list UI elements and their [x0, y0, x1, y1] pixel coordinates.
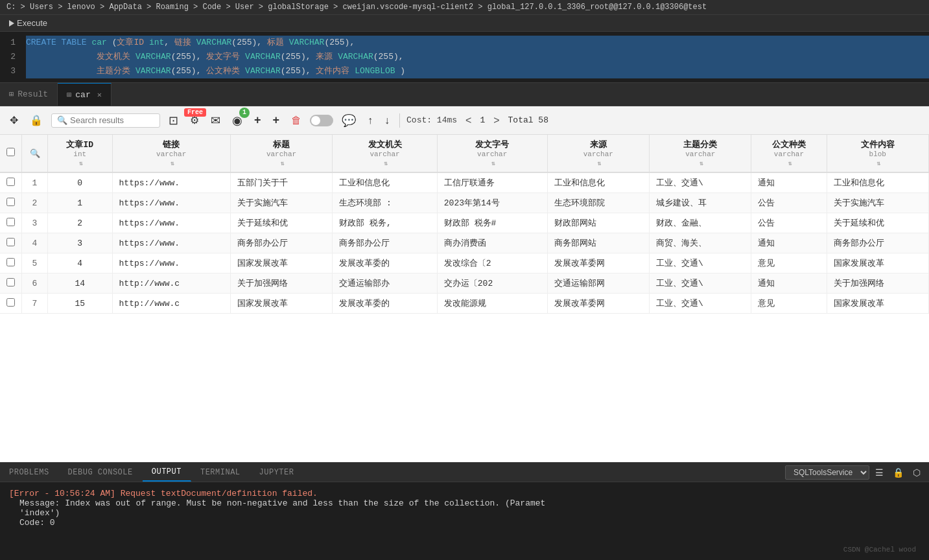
col-header-wenzhanid[interactable]: 文章ID int ⇅ [48, 135, 113, 172]
select-all-checkbox[interactable] [6, 148, 15, 156]
cell-checkbox[interactable] [0, 193, 22, 213]
cell-content: 工业和信息化 [827, 172, 928, 193]
col-header-gongwenzhonglei[interactable]: 公文种类 varchar ⇅ [751, 135, 827, 172]
code-editor[interactable]: 1 CREATE TABLE car (文章ID int, 链接 VARCHAR… [0, 32, 929, 83]
tab-problems[interactable]: PROBLEMS [0, 463, 59, 482]
page-current: 1 [480, 115, 485, 125]
cell-docnum: 交办运〔202 [437, 274, 547, 294]
cell-title: 五部门关于千 [230, 172, 332, 193]
cell-checkbox[interactable] [0, 172, 22, 193]
add-row-button[interactable]: + [270, 111, 283, 129]
cell-dept: 财政部 税务, [333, 213, 438, 233]
tab-close-button[interactable]: ✕ [97, 90, 102, 100]
cell-url: https://www. [112, 172, 230, 193]
col-header-fawenjiguan[interactable]: 发文机关 varchar ⇅ [333, 135, 438, 172]
down-button[interactable]: ↓ [381, 113, 393, 128]
table-container[interactable]: 🔍 文章ID int ⇅ 链接 varchar ⇅ [0, 135, 929, 462]
github-wrapper: ◉ 1 [229, 111, 246, 130]
cell-title: 国家发展改革 [230, 294, 332, 314]
cell-content: 国家发展改革 [827, 294, 928, 314]
up-button[interactable]: ↑ [364, 113, 376, 128]
cell-checkbox[interactable] [0, 294, 22, 314]
col-header-biaoti[interactable]: 标题 varchar ⇅ [230, 135, 332, 172]
cell-title: 关于实施汽车 [230, 193, 332, 213]
car-tab-icon: ⊞ [67, 90, 71, 100]
tab-car[interactable]: ⊞ car ✕ [58, 83, 112, 106]
cell-dept: 工业和信息化 [333, 172, 438, 193]
table-row: 1 0 https://www. 五部门关于千 工业和信息化 工信厅联通务 工业… [0, 172, 929, 193]
table-row: 2 1 https://www. 关于实施汽车 生态环境部 : 2023年第14… [0, 193, 929, 213]
tab-bar: ⊞ Result ⊞ car ✕ [0, 83, 929, 106]
cell-id: 1 [48, 193, 113, 213]
cell-dept: 发展改革委的 [333, 294, 438, 314]
table-row: 3 2 https://www. 关于延续和优 财政部 税务, 财政部 税务# … [0, 213, 929, 233]
col-header-zhutifenlei[interactable]: 主题分类 varchar ⇅ [650, 135, 751, 172]
tab-debug-console[interactable]: DEBUG CONSOLE [59, 463, 143, 482]
cell-topic: 工业、交通\ [650, 172, 751, 193]
execute-button[interactable]: Execute [6, 17, 50, 29]
breadcrumb: C: > Users > lenovo > AppData > Roaming … [0, 0, 929, 15]
cell-id: 15 [48, 294, 113, 314]
cell-source: 商务部网站 [547, 233, 649, 253]
service-select[interactable]: SQLToolsService [785, 465, 869, 480]
tab-result[interactable]: ⊞ Result [0, 83, 58, 106]
search-box[interactable]: 🔍 [51, 113, 160, 128]
search-input[interactable] [70, 115, 154, 125]
cell-id: 3 [48, 233, 113, 253]
cell-source: 发展改革委网 [547, 294, 649, 314]
tab-jupyter[interactable]: JUPYTER [250, 463, 304, 482]
cell-checkbox[interactable] [0, 233, 22, 253]
cell-topic: 工业、交通\ [650, 274, 751, 294]
col-header-wenjianeirong[interactable]: 文件内容 blob ⇅ [827, 135, 928, 172]
cell-checkbox[interactable] [0, 213, 22, 233]
col-header-fawenzihao[interactable]: 发文字号 varchar ⇅ [437, 135, 547, 172]
comment-button[interactable]: 💬 [338, 111, 359, 130]
add-col-button[interactable]: + [251, 111, 265, 129]
notification-badge: 1 [239, 108, 250, 118]
cell-docnum: 商办消费函 [437, 233, 547, 253]
delete-button[interactable]: 🗑 [288, 113, 305, 128]
play-icon [9, 20, 14, 27]
code-content-1: CREATE TABLE car (文章ID int, 链接 VARCHAR(2… [26, 36, 929, 50]
next-page-button[interactable]: > [490, 113, 502, 128]
bottom-content: [Error - 10:56:24 AM] Request textDocume… [0, 482, 929, 560]
cell-content: 关于延续和优 [827, 213, 928, 233]
move-button[interactable]: ✥ [6, 112, 21, 128]
col-rownum-header[interactable]: 🔍 [22, 135, 48, 172]
tab-output[interactable]: OUTPUT [143, 463, 191, 482]
cell-doctype: 公告 [751, 193, 827, 213]
cell-source: 财政部网站 [547, 213, 649, 233]
col-header-lianjie[interactable]: 链接 varchar ⇅ [112, 135, 230, 172]
bottom-right-controls: SQLToolsService ☰ 🔒 ⬡ [785, 465, 929, 480]
cell-checkbox[interactable] [0, 253, 22, 274]
tab-terminal[interactable]: TERMINAL [191, 463, 250, 482]
table-row: 4 3 https://www. 商务部办公厅 商务部办公厅 商办消费函 商务部… [0, 233, 929, 253]
cell-doctype: 通知 [751, 233, 827, 253]
cell-content: 商务部办公厅 [827, 233, 928, 253]
cell-topic: 财政、金融、 [650, 213, 751, 233]
lock-button[interactable]: 🔒 [27, 112, 46, 128]
cell-rownum: 1 [22, 172, 48, 193]
copy-button[interactable]: ⊡ [165, 111, 182, 130]
bottom-lock-button[interactable]: 🔒 [889, 465, 907, 480]
col-header-laiyuan[interactable]: 来源 varchar ⇅ [547, 135, 649, 172]
prev-page-button[interactable]: < [462, 113, 475, 128]
toggle-switch[interactable] [310, 115, 333, 126]
cell-doctype: 公告 [751, 213, 827, 233]
bottom-list-button[interactable]: ☰ [872, 465, 887, 480]
col-checkbox[interactable] [0, 135, 22, 172]
line-number-2: 2 [0, 50, 26, 64]
cell-title: 关于延续和优 [230, 213, 332, 233]
mail-button[interactable]: ✉ [207, 111, 224, 130]
error-detail-1: Message: Index was out of range. Must be… [9, 498, 920, 508]
error-detail-2: 'index') [9, 508, 920, 518]
cell-topic: 城乡建设、耳 [650, 193, 751, 213]
cell-checkbox[interactable] [0, 274, 22, 294]
cell-title: 商务部办公厅 [230, 233, 332, 253]
cell-topic: 工业、交通\ [650, 253, 751, 274]
code-line-3: 3 主题分类 VARCHAR(255), 公文种类 VARCHAR(255), … [0, 64, 929, 78]
cell-url: http://www.c [112, 274, 230, 294]
cell-docnum: 财政部 税务# [437, 213, 547, 233]
bottom-external-button[interactable]: ⬡ [910, 465, 924, 480]
error-line: [Error - 10:56:24 AM] Request textDocume… [9, 489, 920, 498]
